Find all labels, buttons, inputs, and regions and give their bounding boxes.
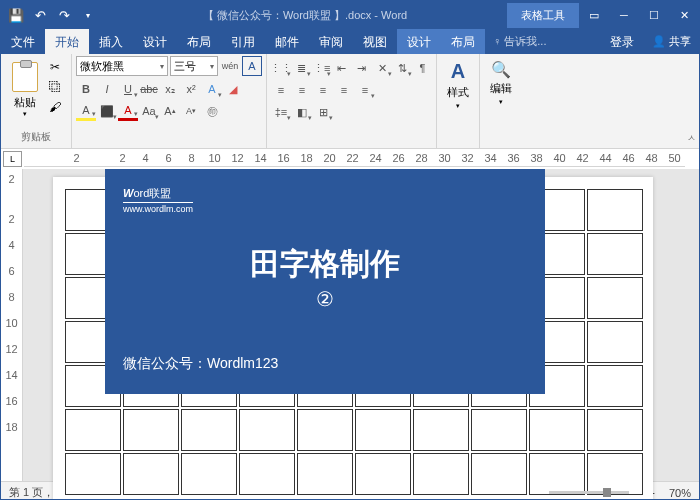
group-editing: 🔍 编辑▾ (480, 54, 522, 148)
editing-button[interactable]: 🔍 编辑▾ (484, 56, 518, 110)
qat-customize-icon[interactable]: ▾ (77, 4, 99, 26)
cut-icon[interactable]: ✂ (45, 58, 65, 76)
overlay-subtitle: 微信公众号：Wordlm123 (123, 355, 527, 373)
overlay-number: ② (123, 287, 527, 311)
tab-view[interactable]: 视图 (353, 29, 397, 54)
tab-insert[interactable]: 插入 (89, 29, 133, 54)
paste-button[interactable]: 粘贴 ▾ (7, 58, 43, 118)
tab-references[interactable]: 引用 (221, 29, 265, 54)
tab-selector[interactable]: L (3, 151, 22, 167)
overlay-url: www.wordlm.com (123, 202, 193, 214)
strikethrough-button[interactable]: abc (139, 79, 159, 99)
vertical-ruler[interactable]: 224681012141618 (1, 169, 23, 481)
share-icon: 👤 (652, 35, 666, 48)
bullets-icon[interactable]: ⋮⋮ (271, 58, 291, 78)
save-icon[interactable]: 💾 (5, 4, 27, 26)
minimize-icon[interactable]: ─ (609, 1, 639, 29)
group-paragraph: ⋮⋮ ≣ ⋮≡ ⇤ ⇥ ✕ ⇅ ¶ ≡ ≡ ≡ ≡ ≡ ‡≡ ◧ ⊞ (267, 54, 437, 148)
bold-button[interactable]: B (76, 79, 96, 99)
styles-icon: A (451, 60, 465, 83)
align-right-icon[interactable]: ≡ (313, 80, 333, 100)
distributed-icon[interactable]: ≡ (355, 80, 375, 100)
group-font: 微软雅黑▾ 三号▾ wén A B I U abc x₂ x² A ◢ A ⬛ … (72, 54, 267, 148)
styles-button[interactable]: A 样式▾ (441, 56, 475, 114)
quick-access-toolbar: 💾 ↶ ↷ ▾ (1, 4, 103, 26)
clear-format-icon[interactable]: ◢ (223, 79, 243, 99)
signin-link[interactable]: 登录 (600, 29, 644, 54)
numbering-icon[interactable]: ≣ (292, 58, 311, 78)
borders-icon[interactable]: ⊞ (313, 102, 333, 122)
tab-design[interactable]: 设计 (133, 29, 177, 54)
multilevel-icon[interactable]: ⋮≡ (312, 58, 331, 78)
asian-layout-icon[interactable]: ✕ (373, 58, 392, 78)
subscript-button[interactable]: x₂ (160, 79, 180, 99)
tab-file[interactable]: 文件 (1, 29, 45, 54)
tab-layout[interactable]: 布局 (177, 29, 221, 54)
clipboard-icon (12, 62, 38, 92)
clipboard-label: 剪贴板 (5, 128, 67, 146)
tab-home[interactable]: 开始 (45, 29, 89, 54)
ribbon: 粘贴 ▾ ✂ ⿻ 🖌 剪贴板 微软雅黑▾ 三号▾ wén A B I U abc… (1, 54, 699, 149)
show-marks-icon[interactable]: ¶ (413, 58, 432, 78)
italic-button[interactable]: I (97, 79, 117, 99)
overlay-logo: Word联盟 (123, 181, 527, 202)
share-button[interactable]: 👤共享 (644, 29, 699, 54)
text-effects-icon[interactable]: A (202, 79, 222, 99)
line-spacing-icon[interactable]: ‡≡ (271, 102, 291, 122)
font-color-icon[interactable]: A (118, 101, 138, 121)
justify-icon[interactable]: ≡ (334, 80, 354, 100)
phonetic-guide-icon[interactable]: wén (220, 56, 240, 76)
close-icon[interactable]: ✕ (669, 1, 699, 29)
ribbon-options-icon[interactable]: ▭ (579, 1, 609, 29)
align-left-icon[interactable]: ≡ (271, 80, 291, 100)
shrink-font-icon[interactable]: A▾ (181, 101, 201, 121)
superscript-button[interactable]: x² (181, 79, 201, 99)
tab-review[interactable]: 审阅 (309, 29, 353, 54)
title-bar: 💾 ↶ ↷ ▾ 【 微信公众号：Word联盟 】.docx - Word 表格工… (1, 1, 699, 29)
zoom-slider[interactable] (549, 491, 629, 494)
highlight-icon[interactable]: A (76, 101, 96, 121)
enclose-char-icon[interactable]: ㊞ (202, 101, 222, 121)
align-center-icon[interactable]: ≡ (292, 80, 312, 100)
increase-indent-icon[interactable]: ⇥ (352, 58, 371, 78)
shading-icon[interactable]: ⬛ (97, 101, 117, 121)
context-tab-label: 表格工具 (507, 3, 579, 28)
horizontal-ruler[interactable]: 2246810121416182022242628303234363840424… (24, 149, 685, 167)
ribbon-tabs: 文件 开始 插入 设计 布局 引用 邮件 审阅 视图 设计 布局 ♀ 告诉我..… (1, 29, 699, 54)
collapse-ribbon-icon[interactable]: ㅅ (687, 132, 696, 145)
character-border-icon[interactable]: A (242, 56, 262, 76)
tab-table-design[interactable]: 设计 (397, 29, 441, 54)
tab-table-layout[interactable]: 布局 (441, 29, 485, 54)
window-controls: ▭ ─ ☐ ✕ (579, 1, 699, 29)
tab-mailings[interactable]: 邮件 (265, 29, 309, 54)
para-shading-icon[interactable]: ◧ (292, 102, 312, 122)
copy-icon[interactable]: ⿻ (45, 78, 65, 96)
font-size-combo[interactable]: 三号▾ (170, 56, 218, 76)
document-area: 224681012141618 Word联盟 www.wordlm.com 田字… (1, 169, 699, 481)
font-name-combo[interactable]: 微软雅黑▾ (76, 56, 168, 76)
group-styles: A 样式▾ (437, 54, 480, 148)
tell-me[interactable]: ♀ 告诉我... (485, 29, 600, 54)
document-title: 【 微信公众号：Word联盟 】.docx - Word (103, 8, 507, 23)
overlay-title: 田字格制作 (123, 244, 527, 285)
maximize-icon[interactable]: ☐ (639, 1, 669, 29)
format-painter-icon[interactable]: 🖌 (45, 98, 65, 116)
zoom-level[interactable]: 70% (669, 487, 691, 499)
group-clipboard: 粘贴 ▾ ✂ ⿻ 🖌 剪贴板 (1, 54, 72, 148)
find-icon: 🔍 (491, 60, 511, 79)
undo-icon[interactable]: ↶ (29, 4, 51, 26)
sort-icon[interactable]: ⇅ (393, 58, 412, 78)
change-case-icon[interactable]: Aa (139, 101, 159, 121)
decrease-indent-icon[interactable]: ⇤ (332, 58, 351, 78)
grow-font-icon[interactable]: A▴ (160, 101, 180, 121)
redo-icon[interactable]: ↷ (53, 4, 75, 26)
overlay-banner: Word联盟 www.wordlm.com 田字格制作 ② 微信公众号：Word… (105, 169, 545, 394)
underline-button[interactable]: U (118, 79, 138, 99)
